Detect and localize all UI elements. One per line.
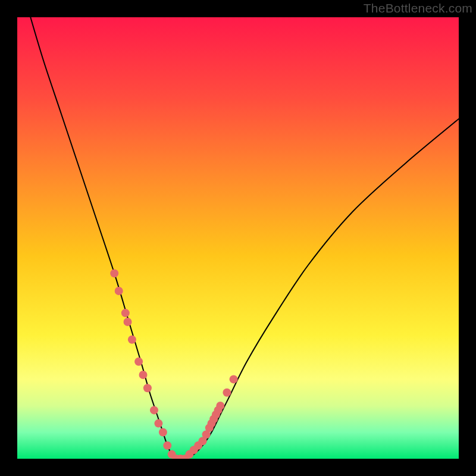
watermark-label: TheBottleneck.com	[364, 1, 472, 15]
scatter-dot	[150, 406, 158, 414]
chart-svg	[17, 17, 459, 459]
scatter-dot	[128, 336, 136, 344]
scatter-dot	[124, 318, 132, 326]
scatter-dot	[154, 419, 162, 428]
scatter-dot	[110, 269, 118, 277]
scatter-dot	[159, 428, 167, 437]
scatter-dot	[163, 441, 171, 450]
scatter-dot	[134, 358, 143, 366]
chart-scatter-group	[110, 269, 237, 459]
chart-curve	[30, 17, 459, 459]
scatter-dot	[230, 375, 238, 383]
scatter-dot	[216, 402, 224, 410]
scatter-dot	[115, 287, 123, 295]
chart-frame: TheBottleneck.com	[0, 0, 476, 476]
chart-plot-area	[17, 17, 459, 459]
scatter-dot	[139, 371, 148, 379]
scatter-dot	[223, 389, 231, 397]
scatter-dot	[143, 384, 152, 392]
scatter-dot	[121, 309, 130, 317]
